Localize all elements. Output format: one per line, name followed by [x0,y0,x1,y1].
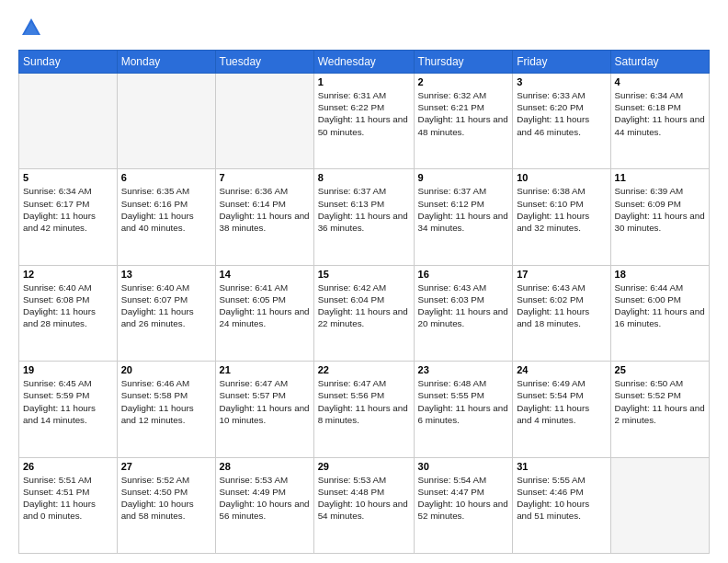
calendar-cell: 8Sunrise: 6:37 AM Sunset: 6:13 PM Daylig… [313,169,414,265]
calendar-cell: 10Sunrise: 6:38 AM Sunset: 6:10 PM Dayli… [513,169,610,265]
cell-date-number: 22 [318,364,410,375]
calendar-cell: 7Sunrise: 6:36 AM Sunset: 6:14 PM Daylig… [215,169,313,265]
cell-info-text: Sunrise: 6:37 AM Sunset: 6:13 PM Dayligh… [318,185,410,234]
cell-date-number: 17 [517,269,606,280]
cell-info-text: Sunrise: 5:53 AM Sunset: 4:48 PM Dayligh… [318,474,410,523]
cell-info-text: Sunrise: 6:40 AM Sunset: 6:08 PM Dayligh… [23,282,113,330]
day-header-monday: Monday [117,51,215,74]
cell-info-text: Sunrise: 6:40 AM Sunset: 6:07 PM Dayligh… [121,282,211,330]
cell-info-text: Sunrise: 6:34 AM Sunset: 6:18 PM Dayligh… [615,89,705,138]
calendar-cell: 24Sunrise: 6:49 AM Sunset: 5:54 PM Dayli… [513,362,610,457]
cell-date-number: 21 [220,364,310,375]
cell-date-number: 6 [121,172,211,183]
cell-info-text: Sunrise: 6:31 AM Sunset: 6:22 PM Dayligh… [318,89,410,138]
cell-date-number: 24 [517,364,606,375]
cell-date-number: 23 [418,364,509,375]
cell-info-text: Sunrise: 5:52 AM Sunset: 4:50 PM Dayligh… [121,474,211,523]
calendar-cell [117,74,215,169]
calendar-cell: 20Sunrise: 6:46 AM Sunset: 5:58 PM Dayli… [117,362,215,457]
calendar-cell: 17Sunrise: 6:43 AM Sunset: 6:02 PM Dayli… [513,265,610,361]
cell-info-text: Sunrise: 6:34 AM Sunset: 6:17 PM Dayligh… [23,185,113,234]
calendar-cell: 15Sunrise: 6:42 AM Sunset: 6:04 PM Dayli… [313,265,414,361]
day-header-sunday: Sunday [19,51,118,74]
calendar-cell: 11Sunrise: 6:39 AM Sunset: 6:09 PM Dayli… [610,169,709,265]
header-row: SundayMondayTuesdayWednesdayThursdayFrid… [19,51,710,74]
logo [18,15,48,40]
cell-date-number: 9 [418,172,509,183]
week-row-2: 12Sunrise: 6:40 AM Sunset: 6:08 PM Dayli… [19,265,710,361]
cell-date-number: 26 [23,461,113,472]
calendar-cell: 6Sunrise: 6:35 AM Sunset: 6:16 PM Daylig… [117,169,215,265]
day-header-saturday: Saturday [610,51,709,74]
calendar-cell: 16Sunrise: 6:43 AM Sunset: 6:03 PM Dayli… [414,265,513,361]
cell-date-number: 3 [517,76,606,87]
header [18,15,710,40]
calendar-cell: 9Sunrise: 6:37 AM Sunset: 6:12 PM Daylig… [414,169,513,265]
cell-info-text: Sunrise: 6:45 AM Sunset: 5:59 PM Dayligh… [23,377,113,426]
cell-info-text: Sunrise: 6:33 AM Sunset: 6:20 PM Dayligh… [517,89,606,138]
calendar-cell: 26Sunrise: 5:51 AM Sunset: 4:51 PM Dayli… [19,457,118,553]
calendar-cell: 2Sunrise: 6:32 AM Sunset: 6:21 PM Daylig… [414,74,513,169]
cell-date-number: 4 [615,76,705,87]
week-row-3: 19Sunrise: 6:45 AM Sunset: 5:59 PM Dayli… [19,362,710,457]
cell-info-text: Sunrise: 6:48 AM Sunset: 5:55 PM Dayligh… [418,377,509,426]
cell-date-number: 7 [220,172,310,183]
cell-date-number: 8 [318,172,410,183]
week-row-0: 1Sunrise: 6:31 AM Sunset: 6:22 PM Daylig… [19,74,710,169]
cell-info-text: Sunrise: 5:54 AM Sunset: 4:47 PM Dayligh… [418,474,509,523]
cell-date-number: 18 [615,269,705,280]
calendar-cell: 30Sunrise: 5:54 AM Sunset: 4:47 PM Dayli… [414,457,513,553]
cell-info-text: Sunrise: 6:37 AM Sunset: 6:12 PM Dayligh… [418,185,509,234]
cell-date-number: 11 [615,172,705,183]
cell-info-text: Sunrise: 6:38 AM Sunset: 6:10 PM Dayligh… [517,185,606,234]
calendar-cell: 31Sunrise: 5:55 AM Sunset: 4:46 PM Dayli… [513,457,610,553]
calendar-cell: 3Sunrise: 6:33 AM Sunset: 6:20 PM Daylig… [513,74,610,169]
cell-info-text: Sunrise: 6:46 AM Sunset: 5:58 PM Dayligh… [121,377,211,426]
cell-date-number: 20 [121,364,211,375]
cell-info-text: Sunrise: 6:42 AM Sunset: 6:04 PM Dayligh… [318,282,410,330]
cell-info-text: Sunrise: 6:43 AM Sunset: 6:02 PM Dayligh… [517,282,606,330]
day-header-thursday: Thursday [414,51,513,74]
cell-info-text: Sunrise: 6:43 AM Sunset: 6:03 PM Dayligh… [418,282,509,330]
calendar-cell: 18Sunrise: 6:44 AM Sunset: 6:00 PM Dayli… [610,265,709,361]
cell-date-number: 25 [615,364,705,375]
calendar-cell: 12Sunrise: 6:40 AM Sunset: 6:08 PM Dayli… [19,265,118,361]
calendar-cell: 13Sunrise: 6:40 AM Sunset: 6:07 PM Dayli… [117,265,215,361]
cell-date-number: 27 [121,461,211,472]
cell-info-text: Sunrise: 6:35 AM Sunset: 6:16 PM Dayligh… [121,185,211,234]
cell-info-text: Sunrise: 6:47 AM Sunset: 5:56 PM Dayligh… [318,377,410,426]
cell-date-number: 5 [23,172,113,183]
week-row-4: 26Sunrise: 5:51 AM Sunset: 4:51 PM Dayli… [19,457,710,553]
day-header-wednesday: Wednesday [313,51,414,74]
logo-icon [18,15,44,40]
cell-info-text: Sunrise: 6:47 AM Sunset: 5:57 PM Dayligh… [220,377,310,426]
calendar-cell: 28Sunrise: 5:53 AM Sunset: 4:49 PM Dayli… [215,457,313,553]
day-header-tuesday: Tuesday [215,51,313,74]
calendar-cell: 4Sunrise: 6:34 AM Sunset: 6:18 PM Daylig… [610,74,709,169]
cell-date-number: 31 [517,461,606,472]
cell-date-number: 19 [23,364,113,375]
calendar-cell: 21Sunrise: 6:47 AM Sunset: 5:57 PM Dayli… [215,362,313,457]
cell-info-text: Sunrise: 6:41 AM Sunset: 6:05 PM Dayligh… [220,282,310,330]
cell-date-number: 1 [318,76,410,87]
cell-info-text: Sunrise: 6:39 AM Sunset: 6:09 PM Dayligh… [615,185,705,234]
cell-info-text: Sunrise: 6:44 AM Sunset: 6:00 PM Dayligh… [615,282,705,330]
cell-date-number: 10 [517,172,606,183]
calendar-cell [610,457,709,553]
calendar-cell [215,74,313,169]
calendar-cell: 19Sunrise: 6:45 AM Sunset: 5:59 PM Dayli… [19,362,118,457]
calendar-cell [19,74,118,169]
cell-date-number: 14 [220,269,310,280]
cell-date-number: 16 [418,269,509,280]
cell-date-number: 13 [121,269,211,280]
cell-date-number: 30 [418,461,509,472]
cell-info-text: Sunrise: 5:55 AM Sunset: 4:46 PM Dayligh… [517,474,606,523]
cell-date-number: 15 [318,269,410,280]
calendar-cell: 23Sunrise: 6:48 AM Sunset: 5:55 PM Dayli… [414,362,513,457]
calendar-cell: 25Sunrise: 6:50 AM Sunset: 5:52 PM Dayli… [610,362,709,457]
page: SundayMondayTuesdayWednesdayThursdayFrid… [0,0,728,563]
cell-date-number: 29 [318,461,410,472]
cell-date-number: 28 [220,461,310,472]
calendar-table: SundayMondayTuesdayWednesdayThursdayFrid… [18,50,710,554]
week-row-1: 5Sunrise: 6:34 AM Sunset: 6:17 PM Daylig… [19,169,710,265]
